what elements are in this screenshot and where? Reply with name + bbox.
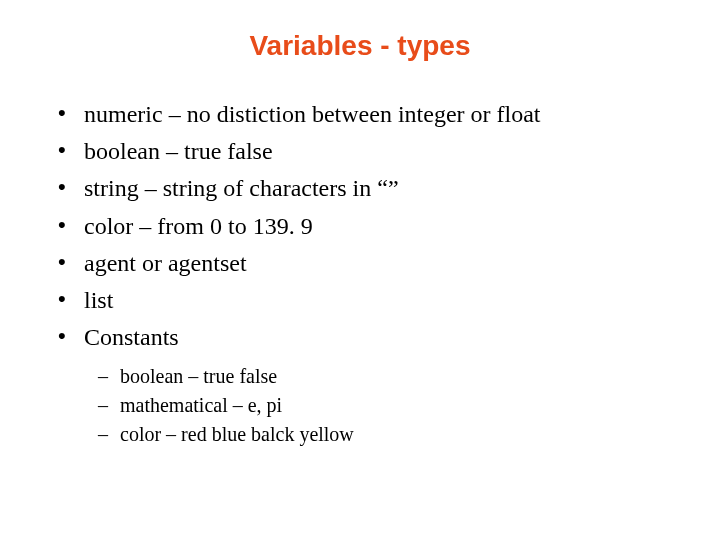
list-item: color – from 0 to 139. 9: [54, 208, 680, 245]
bullet-list: numeric – no distiction between integer …: [54, 96, 680, 356]
sub-list-item: boolean – true false: [98, 362, 680, 391]
list-item: Constants: [54, 319, 680, 356]
list-item: list: [54, 282, 680, 319]
list-item-text: agent or agentset: [84, 250, 247, 276]
list-item-text: Constants: [84, 324, 179, 350]
list-item: string – string of characters in “”: [54, 170, 680, 207]
list-item: agent or agentset: [54, 245, 680, 282]
list-item: boolean – true false: [54, 133, 680, 170]
list-item-text: boolean – true false: [84, 138, 273, 164]
sub-bullet-list: boolean – true false mathematical – e, p…: [98, 362, 680, 449]
sub-list-item-text: mathematical – e, pi: [120, 394, 282, 416]
list-item-text: list: [84, 287, 113, 313]
sub-list-item: mathematical – e, pi: [98, 391, 680, 420]
list-item-text: string – string of characters in “”: [84, 175, 399, 201]
slide: Variables - types numeric – no distictio…: [0, 0, 720, 540]
list-item-text: numeric – no distiction between integer …: [84, 101, 541, 127]
slide-title: Variables - types: [40, 30, 680, 62]
list-item-text: color – from 0 to 139. 9: [84, 213, 313, 239]
sub-list-item: color – red blue balck yellow: [98, 420, 680, 449]
sub-list-item-text: boolean – true false: [120, 365, 277, 387]
list-item: numeric – no distiction between integer …: [54, 96, 680, 133]
sub-list-item-text: color – red blue balck yellow: [120, 423, 354, 445]
